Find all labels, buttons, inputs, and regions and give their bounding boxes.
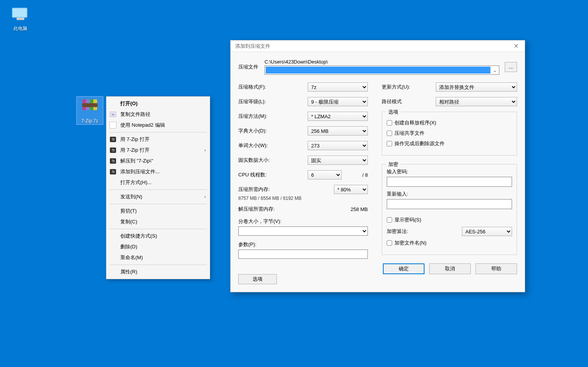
password-confirm-input[interactable] xyxy=(387,199,512,209)
algo-select[interactable]: AES-256 xyxy=(462,227,512,236)
mem-comp-label: 压缩所需内存: xyxy=(238,186,308,193)
options-button[interactable]: 选项 xyxy=(238,274,277,284)
threads-select[interactable]: 6 xyxy=(308,170,342,179)
separator xyxy=(110,132,207,132)
threads-label: CPU 线程数: xyxy=(238,171,308,178)
path-icon: W xyxy=(110,112,116,117)
mem-comp-value: 8757 MB / 6554 MB / 8192 MB xyxy=(238,196,368,201)
chk-encrypt-names[interactable]: 加密文件名(N) xyxy=(387,240,512,246)
close-button[interactable]: ✕ xyxy=(507,40,525,52)
ctx-open-with[interactable]: 打开方式(H)... xyxy=(106,177,210,188)
winrar-archive-icon xyxy=(81,98,99,117)
7z-icon: 7z xyxy=(110,169,116,174)
pathmode-select[interactable]: 相对路径 xyxy=(436,97,517,106)
password-input[interactable] xyxy=(387,177,512,187)
archive-name-input[interactable] xyxy=(266,67,490,74)
threads-total: / 8 xyxy=(362,172,368,178)
archive-label: 压缩文件 xyxy=(238,64,265,70)
options-legend: 选项 xyxy=(386,109,401,116)
desktop-label: 7-Zip.7z xyxy=(78,118,102,124)
desktop-label: 此电脑 xyxy=(7,25,34,32)
dialog-title: 添加到压缩文件 xyxy=(235,43,270,50)
chevron-right-icon: › xyxy=(204,194,206,199)
level-select[interactable]: 9 - 极限压缩 xyxy=(308,97,368,106)
separator xyxy=(110,204,207,204)
mem-decomp-label: 解压缩所需内存: xyxy=(238,206,308,213)
chk-show-password[interactable]: 显示密码(S) xyxy=(387,216,512,223)
mem-percent-select[interactable]: * 80% xyxy=(334,185,368,194)
7z-icon: 7z xyxy=(110,158,116,164)
update-select[interactable]: 添加并替换文件 xyxy=(436,82,517,92)
split-select[interactable] xyxy=(238,226,368,236)
ok-button[interactable]: 确定 xyxy=(383,263,425,274)
ctx-add-to-archive[interactable]: 7z 添加到压缩文件... xyxy=(106,166,210,177)
ctx-open-with-7zip-2[interactable]: 7z 用 7-Zip 打开› xyxy=(106,145,210,156)
chevron-down-icon[interactable]: ⌄ xyxy=(491,67,499,73)
encryption-group: 加密 输入密码: 重新输入: 显示密码(S) 加密算法: AES-256 加密文… xyxy=(382,164,517,255)
separator xyxy=(110,265,207,265)
ctx-delete[interactable]: 删除(D) xyxy=(106,241,210,252)
solid-label: 固实数据大小: xyxy=(238,157,308,164)
word-label: 单词大小(W): xyxy=(238,142,308,149)
archive-name-combo[interactable]: ⌄ xyxy=(265,65,499,75)
notepad-icon xyxy=(110,122,116,129)
context-menu: 打开(O) W 复制文件路径 使用 Notepad2 编辑 7z 用 7-Zip… xyxy=(106,96,210,279)
desktop-icon-7zip-file[interactable]: 7-Zip.7z xyxy=(76,96,103,125)
desktop-icon-this-pc[interactable]: 此电脑 xyxy=(7,5,34,32)
password-label: 输入密码: xyxy=(387,168,512,175)
ctx-send-to[interactable]: 发送到(N)› xyxy=(106,191,210,202)
ctx-notepad2-edit[interactable]: 使用 Notepad2 编辑 xyxy=(106,120,210,131)
split-label: 分卷大小，字节(V): xyxy=(238,218,281,225)
pathmode-label: 路径模式 xyxy=(382,98,436,105)
ctx-create-shortcut[interactable]: 创建快捷方式(S) xyxy=(106,231,210,241)
dict-select[interactable]: 256 MB xyxy=(308,126,368,136)
separator xyxy=(110,229,207,229)
password2-label: 重新输入: xyxy=(387,191,512,198)
ctx-copy[interactable]: 复制(C) xyxy=(106,216,210,227)
ctx-properties[interactable]: 属性(R) xyxy=(106,266,210,277)
separator xyxy=(110,189,207,190)
close-icon: ✕ xyxy=(514,42,519,50)
solid-select[interactable]: 固实 xyxy=(308,156,368,165)
monitor-icon xyxy=(11,5,30,24)
browse-button[interactable]: ... xyxy=(505,62,517,72)
params-label: 参数(P): xyxy=(238,241,256,248)
ctx-copy-path[interactable]: W 复制文件路径 xyxy=(106,109,210,120)
ctx-extract-to[interactable]: 7z 解压到 "7-Zip\" xyxy=(106,156,210,166)
chevron-right-icon: › xyxy=(204,147,206,153)
ctx-open-with-7zip-1[interactable]: 7z 用 7-Zip 打开 xyxy=(106,134,210,145)
level-label: 压缩等级(L): xyxy=(238,98,308,105)
chk-sfx[interactable]: 创建自释放程序(X) xyxy=(387,119,512,126)
format-label: 压缩格式(F): xyxy=(238,84,308,90)
chk-delete-source[interactable]: 操作完成后删除源文件 xyxy=(387,140,512,147)
add-to-archive-dialog: 添加到压缩文件 ✕ 压缩文件 C:\Users\423Down\Desktop\… xyxy=(230,40,525,292)
method-select[interactable]: * LZMA2 xyxy=(308,112,368,121)
ctx-open[interactable]: 打开(O) xyxy=(106,98,210,109)
mem-decomp-value: 258 MB xyxy=(350,206,368,212)
dict-label: 字典大小(D): xyxy=(238,127,308,134)
ctx-rename[interactable]: 重命名(M) xyxy=(106,252,210,263)
params-input[interactable] xyxy=(238,250,368,259)
archive-path: C:\Users\423Down\Desktop\ xyxy=(265,59,502,65)
ctx-cut[interactable]: 剪切(T) xyxy=(106,206,210,216)
update-label: 更新方式(U): xyxy=(382,84,436,90)
cancel-button[interactable]: 取消 xyxy=(429,263,471,274)
options-group: 选项 创建自释放程序(X) 压缩共享文件 操作完成后删除源文件 xyxy=(382,112,517,156)
7z-icon: 7z xyxy=(110,147,116,153)
word-select[interactable]: 273 xyxy=(308,141,368,150)
7z-icon: 7z xyxy=(110,137,116,142)
encryption-legend: 加密 xyxy=(386,161,401,168)
dialog-titlebar[interactable]: 添加到压缩文件 ✕ xyxy=(231,40,525,52)
algo-label: 加密算法: xyxy=(387,228,458,235)
help-button[interactable]: 帮助 xyxy=(475,263,517,274)
format-select[interactable]: 7z xyxy=(308,82,368,92)
method-label: 压缩方法(M): xyxy=(238,113,308,120)
chk-shared[interactable]: 压缩共享文件 xyxy=(387,130,512,137)
